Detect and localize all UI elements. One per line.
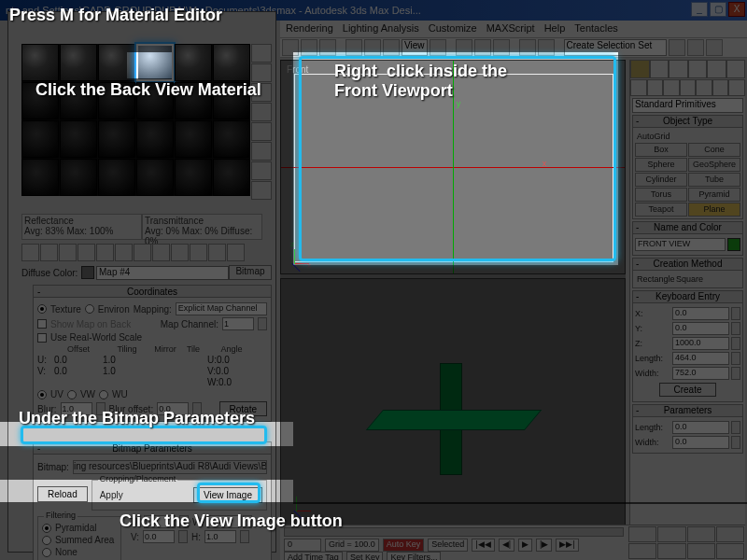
reload-button[interactable]: Reload — [37, 486, 88, 502]
annotation-back-material: Click the Back View Material — [35, 80, 261, 100]
overlay-dark — [172, 52, 293, 78]
annotation-press-m: Press M for Material Editor — [9, 6, 222, 25]
annotation-bitmap-params: Under the Bitmap Parameters — [19, 409, 255, 428]
axis-x-label: x — [543, 159, 547, 168]
annotation-right-click: Right click inside the Front Viewport — [334, 62, 507, 101]
overlay-dark — [0, 78, 293, 422]
overlay-dark — [0, 52, 127, 78]
overlay-dark — [293, 265, 618, 504]
annotation-view-image: Click the View Image button — [120, 511, 343, 531]
overlay-dark — [618, 52, 747, 504]
overlay-dark — [0, 502, 747, 560]
viewport-safe-frame — [294, 74, 613, 262]
overlay-dark — [0, 446, 293, 480]
view-image-button[interactable]: View Image — [193, 487, 262, 503]
